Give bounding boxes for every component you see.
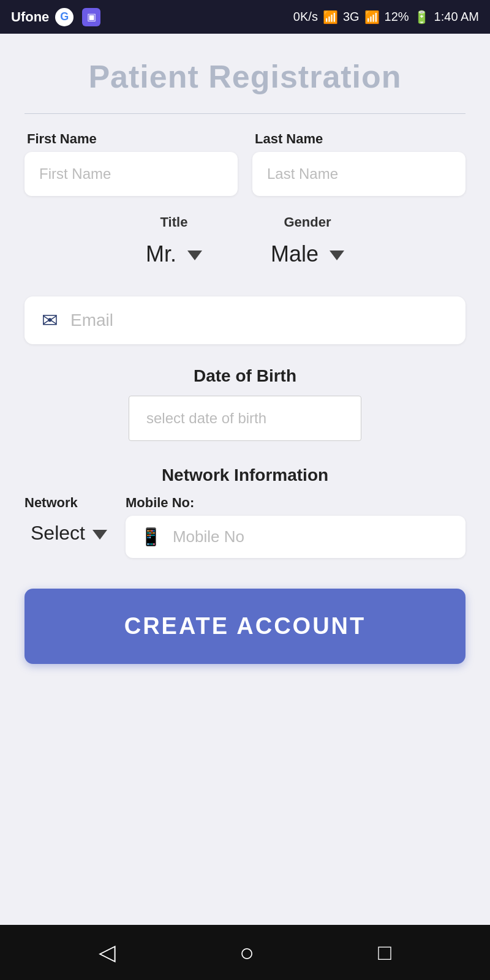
home-button[interactable]	[239, 939, 254, 967]
mobile-label: Mobile No:	[126, 495, 466, 511]
phone-icon: 📱	[140, 527, 162, 547]
dob-wrapper	[24, 396, 466, 441]
title-divider	[24, 113, 466, 114]
title-label: Title	[160, 214, 188, 230]
network-dropdown[interactable]: Select	[24, 516, 113, 551]
status-left: Ufone G ▣	[11, 8, 100, 26]
network-type: 3G	[343, 10, 360, 24]
signal-icon: 📶	[364, 10, 380, 24]
app-icon: ▣	[82, 8, 100, 26]
back-button[interactable]	[99, 940, 116, 965]
status-bar: Ufone G ▣ 0K/s 📶 3G 📶 12% 🔋 1:40 AM	[0, 0, 490, 34]
network-speed: 0K/s	[293, 10, 318, 24]
battery-icon: 🔋	[414, 10, 429, 24]
title-group: Title Mr.	[136, 214, 212, 272]
status-right: 0K/s 📶 3G 📶 12% 🔋 1:40 AM	[293, 10, 479, 24]
carrier-name: Ufone	[11, 9, 49, 25]
network-row: Network Select Mobile No: 📱	[24, 495, 466, 558]
clock: 1:40 AM	[434, 10, 479, 24]
gender-value: Male	[271, 241, 318, 267]
first-name-label: First Name	[24, 131, 238, 147]
email-icon: ✉	[42, 309, 58, 332]
gender-label: Gender	[284, 214, 331, 230]
last-name-label: Last Name	[252, 131, 466, 147]
form-container: Patient Registration First Name Last Nam…	[0, 34, 490, 925]
gender-group: Gender Male	[261, 214, 354, 272]
title-arrow-icon	[187, 251, 202, 260]
network-section-title: Network Information	[24, 466, 466, 485]
recents-button[interactable]	[378, 940, 391, 965]
dob-section-title: Date of Birth	[24, 366, 466, 386]
gender-dropdown[interactable]: Male	[261, 236, 354, 272]
first-name-input[interactable]	[24, 152, 238, 196]
gender-arrow-icon	[330, 251, 344, 260]
mobile-input[interactable]	[173, 527, 451, 546]
email-input[interactable]	[70, 311, 448, 330]
mobile-field-group: Mobile No: 📱	[126, 495, 466, 558]
title-dropdown[interactable]: Mr.	[136, 236, 212, 272]
wifi-icon: 📶	[323, 10, 338, 24]
bottom-nav	[0, 925, 490, 980]
network-value: Select	[31, 522, 85, 545]
google-icon: G	[55, 8, 74, 26]
create-account-button[interactable]: CREATE ACCOUNT	[24, 589, 466, 664]
title-gender-row: Title Mr. Gender Male	[24, 214, 466, 272]
name-row: First Name Last Name	[24, 131, 466, 196]
battery-level: 12%	[385, 10, 409, 24]
network-group: Network Select	[24, 495, 113, 551]
dob-input[interactable]	[129, 396, 361, 441]
title-value: Mr.	[146, 241, 176, 267]
mobile-input-wrapper: 📱	[126, 516, 466, 558]
network-label: Network	[24, 495, 113, 511]
email-field-wrapper: ✉	[24, 296, 466, 344]
page-title: Patient Registration	[24, 58, 466, 95]
last-name-input[interactable]	[252, 152, 466, 196]
first-name-group: First Name	[24, 131, 238, 196]
last-name-group: Last Name	[252, 131, 466, 196]
network-arrow-icon	[92, 530, 107, 540]
